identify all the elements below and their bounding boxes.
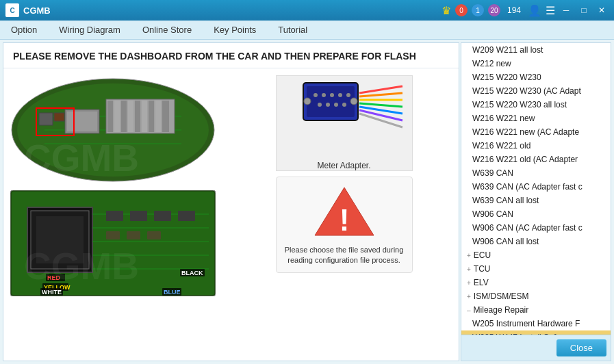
- sidebar-item-w215-ac[interactable]: W215 W220 W230 (AC Adapt: [461, 84, 611, 98]
- svg-rect-31: [106, 211, 123, 221]
- window-close-button[interactable]: ✕: [595, 3, 609, 17]
- titlebar: C CGMB ♛ 0 1 20 194 👤 ☰ ─ □ ✕: [0, 0, 614, 21]
- circuit-board-bottom: RED YELLOW WHITE BLACK BLUE CGMB: [10, 190, 216, 296]
- menubar: Option Wiring Diagram Online Store Key P…: [0, 21, 614, 40]
- sidebar-item-w212[interactable]: W212 new: [461, 57, 611, 70]
- svg-point-57: [326, 103, 330, 107]
- app-logo: C: [5, 3, 19, 17]
- svg-rect-19: [54, 113, 64, 121]
- sidebar-group-ism[interactable]: +ISM/DSM/ESM: [461, 289, 611, 303]
- badge-blue: 1: [472, 4, 484, 16]
- svg-text:CGMB: CGMB: [24, 137, 139, 179]
- expand-icon-tcu: +: [467, 265, 471, 273]
- svg-rect-12: [149, 101, 154, 132]
- svg-point-56: [318, 103, 322, 107]
- svg-line-63: [359, 93, 402, 96]
- sidebar-group-ecu[interactable]: +ECU: [461, 248, 611, 262]
- images-right: Meter Adapter. ! Please choose the file …: [236, 75, 452, 338]
- svg-rect-11: [142, 101, 147, 132]
- menu-option[interactable]: Option: [0, 22, 48, 38]
- svg-text:WHITE: WHITE: [42, 289, 62, 296]
- titlebar-icons: ♛ 0 1 20 194 👤 ☰ ─ □ ✕: [442, 3, 609, 17]
- sidebar-item-w205-hardware[interactable]: W205 Instrument Hardware F: [461, 317, 611, 330]
- circuit-board-top: CGMB: [10, 75, 216, 185]
- svg-line-65: [359, 103, 402, 107]
- menu-online-store[interactable]: Online Store: [131, 22, 203, 38]
- content-title: PLEASE REMOVE THE DASHBOARD FROM THE CAR…: [13, 50, 449, 64]
- sidebar-item-w215-w220-w230[interactable]: W215 W220 W230: [461, 70, 611, 84]
- warning-text: Please choose the file saved during read…: [283, 245, 405, 266]
- sidebar-scroll[interactable]: W209 W211 all lost W212 new W215 W220 W2…: [461, 43, 611, 335]
- expand-icon-ism: +: [467, 293, 471, 300]
- sidebar-item-w216-w221-new-ac[interactable]: W216 W221 new (AC Adapte: [461, 125, 611, 139]
- svg-rect-9: [128, 101, 133, 132]
- circuit-board-top-svg: CGMB: [10, 75, 216, 185]
- svg-rect-32: [130, 211, 147, 221]
- content-body: CGMB: [3, 68, 459, 345]
- sidebar-item-w639-can[interactable]: W639 CAN: [461, 166, 611, 180]
- svg-rect-14: [162, 101, 169, 132]
- content-panel: PLEASE REMOVE THE DASHBOARD FROM THE CAR…: [3, 42, 459, 361]
- sidebar-group-elv-label: ELV: [474, 278, 489, 287]
- sidebar-item-w639-can-ac[interactable]: W639 CAN (AC Adapter fast c: [461, 180, 611, 194]
- svg-point-51: [314, 93, 318, 97]
- svg-rect-33: [154, 211, 171, 221]
- warning-icon-svg: !: [314, 184, 375, 237]
- svg-rect-50: [307, 86, 355, 117]
- expand-icon-ecu: +: [467, 252, 471, 259]
- adapter-label: Meter Adapter.: [317, 161, 370, 170]
- menu-tutorial[interactable]: Tutorial: [267, 22, 318, 38]
- sidebar-item-w639-can-all[interactable]: W639 CAN all lost: [461, 194, 611, 207]
- svg-point-59: [342, 103, 346, 107]
- svg-point-60: [304, 98, 311, 105]
- svg-text:CGMB: CGMB: [24, 245, 139, 287]
- svg-rect-13: [155, 101, 161, 132]
- svg-rect-16: [67, 112, 97, 131]
- menu-key-points[interactable]: Key Points: [203, 22, 267, 38]
- menu-wiring-diagram[interactable]: Wiring Diagram: [48, 22, 131, 38]
- sidebar: W209 W211 all lost W212 new W215 W220 W2…: [461, 42, 611, 361]
- minimize-button[interactable]: ─: [559, 3, 573, 17]
- sidebar-group-elv[interactable]: +ELV: [461, 276, 611, 289]
- svg-line-62: [359, 86, 402, 93]
- sidebar-item-w906-can[interactable]: W906 CAN: [461, 207, 611, 221]
- badge-purple: 20: [488, 4, 500, 16]
- user-icon[interactable]: 👤: [528, 4, 541, 17]
- badge-points: 194: [504, 4, 524, 16]
- svg-text:!: !: [339, 203, 349, 237]
- sidebar-item-w216-w221-new[interactable]: W216 W221 new: [461, 112, 611, 125]
- sidebar-group-tcu[interactable]: +TCU: [461, 262, 611, 276]
- images-left: CGMB: [10, 75, 229, 338]
- svg-rect-35: [106, 231, 120, 239]
- sidebar-group-ecu-label: ECU: [474, 250, 491, 260]
- warning-triangle: !: [314, 184, 375, 239]
- adapter-svg: [283, 76, 406, 157]
- svg-text:BLACK: BLACK: [181, 270, 203, 276]
- svg-rect-10: [135, 101, 140, 132]
- svg-rect-34: [178, 211, 195, 221]
- svg-point-55: [346, 93, 350, 97]
- svg-rect-37: [147, 231, 161, 239]
- close-button[interactable]: Close: [557, 339, 606, 356]
- circuit-board-bottom-svg: RED YELLOW WHITE BLACK BLUE CGMB: [10, 190, 216, 296]
- sidebar-item-w216-w221-old-ac[interactable]: W216 W221 old (AC Adapter: [461, 153, 611, 166]
- sidebar-item-w906-can-all[interactable]: W906 CAN all lost: [461, 235, 611, 248]
- svg-rect-18: [39, 113, 53, 125]
- maximize-button[interactable]: □: [577, 3, 591, 17]
- svg-point-52: [322, 93, 326, 97]
- sidebar-item-w906-can-ac[interactable]: W906 CAN (AC Adapter fast c: [461, 221, 611, 235]
- sidebar-group-mileage[interactable]: –Mileage Repair: [461, 303, 611, 317]
- svg-rect-8: [121, 101, 127, 132]
- sidebar-item-w215-all[interactable]: W215 W220 W230 all lost: [461, 98, 611, 112]
- svg-rect-6: [107, 101, 113, 132]
- main-area: PLEASE REMOVE THE DASHBOARD FROM THE CAR…: [0, 40, 614, 364]
- svg-rect-7: [114, 101, 120, 132]
- sidebar-item-w216-w221-old[interactable]: W216 W221 old: [461, 139, 611, 153]
- sidebar-group-mileage-label: Mileage Repair: [474, 305, 529, 315]
- svg-rect-36: [127, 231, 140, 239]
- sidebar-group-ism-label: ISM/DSM/ESM: [474, 291, 529, 301]
- sidebar-bottom: Close: [461, 335, 611, 361]
- sidebar-item-w209-w211[interactable]: W209 W211 all lost: [461, 43, 611, 57]
- svg-point-54: [338, 93, 342, 97]
- menu-icon[interactable]: ☰: [546, 4, 555, 17]
